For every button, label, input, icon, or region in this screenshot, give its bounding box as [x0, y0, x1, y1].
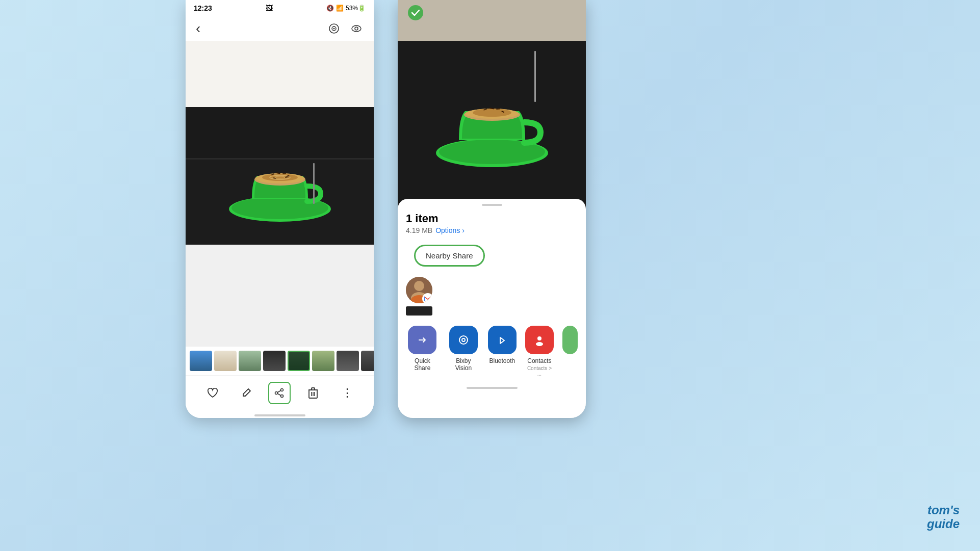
nearby-share-button[interactable]: Nearby Share	[414, 245, 485, 267]
bixby-icon	[449, 326, 478, 354]
signal-icon: 📶	[336, 5, 344, 12]
thumbnail-8[interactable]	[361, 351, 374, 371]
quick-share-icon	[408, 326, 436, 354]
share-sheet: 1 item 4.19 MB Options › Nearby Share	[398, 199, 586, 418]
recent-contacts	[398, 273, 586, 320]
apps-row: Quick Share Bixby Vision	[398, 320, 586, 383]
svg-rect-49	[424, 296, 431, 301]
eye-icon[interactable]	[349, 21, 364, 36]
app-more-partial[interactable]	[562, 326, 578, 377]
svg-line-26	[278, 393, 281, 396]
main-photo	[186, 107, 374, 245]
toms-label: tom's	[927, 503, 960, 517]
bluetooth-label: Bluetooth	[489, 357, 515, 364]
thumbnail-5-active[interactable]	[288, 351, 310, 371]
battery-icon: 53%🔋	[346, 5, 366, 12]
gmail-icon	[422, 293, 432, 303]
thumbnail-strip	[186, 347, 374, 375]
file-size: 4.19 MB	[406, 226, 432, 234]
bottom-toolbar: ⋮	[186, 375, 374, 410]
home-bar	[254, 414, 305, 416]
thumbnail-6[interactable]	[312, 351, 334, 371]
thumbnail-4[interactable]	[263, 351, 286, 371]
mute-icon: 🔇	[326, 5, 334, 12]
app-contacts[interactable]: Contacts Contacts > ...	[525, 326, 554, 377]
svg-point-60	[536, 342, 543, 346]
app-quick-share[interactable]: Quick Share	[406, 326, 439, 377]
quick-share-label: Quick Share	[406, 357, 439, 372]
back-button[interactable]: ‹	[196, 20, 200, 37]
svg-rect-37	[534, 51, 536, 102]
app-bluetooth[interactable]: Bluetooth	[488, 326, 517, 377]
item-count: 1 item	[406, 212, 578, 225]
bixby-label: Bixby Vision	[447, 357, 480, 372]
photo-bottom-area	[186, 245, 374, 347]
contacts-sublabel: Contacts > ...	[525, 365, 554, 377]
photo-right-top	[398, 0, 586, 219]
selected-badge	[408, 5, 423, 20]
status-bar: 12:23 🖼 🔇 📶 53%🔋	[186, 0, 374, 16]
thumbnail-1[interactable]	[190, 351, 212, 371]
thumbnail-3[interactable]	[239, 351, 261, 371]
edit-button[interactable]	[235, 382, 257, 404]
share-button[interactable]	[268, 382, 291, 404]
bluetooth-icon	[488, 326, 517, 354]
nav-bar: ‹	[186, 16, 374, 41]
status-time: 12:23	[194, 4, 212, 12]
svg-point-13	[262, 174, 298, 181]
right-home-bar	[467, 387, 518, 389]
svg-point-24	[281, 395, 283, 398]
svg-point-56	[462, 339, 465, 341]
gallery-icon: 🖼	[266, 4, 273, 12]
svg-line-25	[278, 390, 281, 392]
more-icon	[562, 326, 578, 354]
delete-button[interactable]	[302, 382, 324, 404]
svg-point-40	[473, 109, 511, 117]
svg-rect-7	[186, 158, 374, 160]
contact-name-label	[406, 306, 432, 316]
sheet-handle	[482, 204, 502, 206]
phone-left: 12:23 🖼 🔇 📶 53%🔋 ‹	[186, 0, 374, 418]
svg-point-59	[537, 336, 541, 340]
svg-point-61	[565, 335, 575, 345]
svg-rect-51	[430, 297, 431, 301]
phone-right: 1 item 4.19 MB Options › Nearby Share	[398, 0, 586, 418]
svg-point-2	[333, 28, 335, 30]
size-row: 4.19 MB Options ›	[406, 226, 578, 234]
remaster-icon[interactable]	[327, 21, 341, 36]
heart-button[interactable]	[201, 382, 224, 404]
nearby-share-wrapper: Nearby Share	[398, 239, 586, 273]
more-button[interactable]: ⋮	[336, 382, 358, 404]
contact-person[interactable]	[406, 277, 432, 316]
svg-rect-50	[424, 297, 425, 301]
status-icons: 🔇 📶 53%🔋	[326, 5, 366, 12]
svg-rect-33	[398, 0, 586, 41]
toms-guide-logo: tom's guide	[927, 504, 960, 531]
svg-point-3	[352, 25, 361, 32]
thumbnail-2[interactable]	[214, 351, 237, 371]
svg-point-46	[414, 281, 424, 291]
svg-rect-29	[312, 388, 315, 390]
nav-icons	[327, 21, 364, 36]
svg-point-22	[281, 389, 283, 391]
sheet-header: 1 item 4.19 MB Options ›	[398, 210, 586, 239]
svg-point-4	[355, 27, 358, 30]
photo-top-area	[186, 41, 374, 107]
thumbnail-7[interactable]	[337, 351, 359, 371]
guide-label: guide	[927, 517, 960, 531]
options-button[interactable]: Options ›	[435, 226, 465, 234]
right-home-indicator	[398, 383, 586, 393]
contacts-label: Contacts	[527, 357, 551, 364]
svg-point-23	[275, 392, 278, 395]
app-bixby-vision[interactable]: Bixby Vision	[447, 326, 480, 377]
home-indicator	[186, 410, 374, 418]
contacts-icon	[525, 326, 554, 354]
svg-rect-10	[313, 163, 315, 204]
svg-point-57	[496, 333, 509, 347]
contact-avatar	[406, 277, 432, 303]
chevron-right-icon: ›	[462, 226, 465, 234]
